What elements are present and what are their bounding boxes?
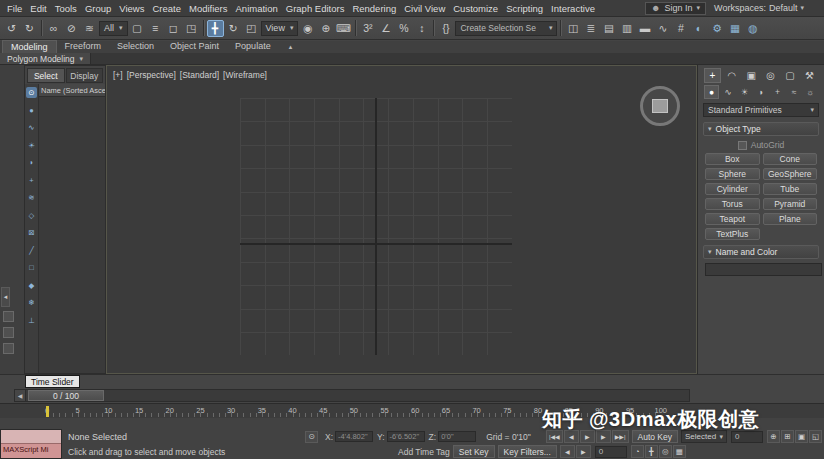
menu-item[interactable]: Animation [232, 3, 282, 14]
schematic-view-icon[interactable]: # [672, 20, 689, 37]
key-filters-button[interactable]: Key Filters... [498, 445, 557, 458]
primitive-button[interactable]: Sphere [705, 168, 760, 180]
redo-icon[interactable]: ↻ [21, 20, 38, 37]
select-and-manipulate-icon[interactable]: ⊕ [317, 20, 334, 37]
primitive-button[interactable]: Cone [763, 153, 818, 165]
field-of-view-icon[interactable]: ◔ [631, 445, 644, 458]
display-helpers-icon[interactable]: + [26, 175, 37, 186]
modify-tab[interactable]: ◠ [723, 68, 740, 83]
primitive-button[interactable]: Teapot [705, 213, 760, 225]
viewport-renderer-menu[interactable]: [Standard] [180, 70, 219, 80]
viewport-layout-tab-icon[interactable] [3, 311, 14, 322]
lights-category[interactable]: ☀ [737, 85, 752, 99]
y-coordinate-field[interactable]: -6'6.502" [387, 431, 425, 442]
select-and-move-icon[interactable]: ╋ [207, 20, 224, 37]
zoom-region-icon[interactable]: ◱ [809, 430, 822, 443]
display-bones-icon[interactable]: ╱ [26, 245, 37, 256]
viewport-shading-menu[interactable]: [Wireframe] [223, 70, 267, 80]
zoom-all-icon[interactable]: ⊞ [781, 430, 794, 443]
autogrid-checkbox[interactable] [738, 141, 747, 150]
display-frozen-icon[interactable]: ❄ [26, 297, 37, 308]
align-icon[interactable]: ≣ [582, 20, 599, 37]
rectangular-selection-region-icon[interactable]: ◻ [165, 20, 182, 37]
polygon-modeling-tab[interactable]: Polygon Modeling ▾ [0, 53, 91, 64]
reference-coordinate-dropdown[interactable]: View ▾ [261, 21, 299, 36]
primitives-dropdown[interactable]: Standard Primitives ▾ [703, 103, 819, 117]
toggle-ribbon-icon[interactable]: ▬ [636, 20, 653, 37]
scene-explorer-list[interactable] [39, 97, 105, 373]
use-pivot-point-center-icon[interactable]: ◉ [299, 20, 316, 37]
key-step-field[interactable]: 0 [595, 446, 627, 458]
explorer-tab[interactable]: Select [27, 68, 65, 83]
explorer-tab[interactable]: Display [66, 68, 104, 83]
menu-item[interactable]: Interactive [547, 3, 599, 14]
display-groups-icon[interactable]: ◇ [26, 210, 37, 221]
ribbon-tab[interactable]: Freeform [57, 40, 110, 53]
menu-item[interactable]: Edit [26, 3, 50, 14]
geometry-category[interactable]: ● [704, 85, 719, 99]
menu-item[interactable]: Scripting [502, 3, 547, 14]
object-name-input[interactable] [705, 263, 822, 276]
ribbon-tab[interactable]: Object Paint [162, 40, 227, 53]
display-cameras-icon[interactable]: ◗ [26, 157, 37, 168]
undo-icon[interactable]: ↺ [3, 20, 20, 37]
edit-named-selection-sets-icon[interactable]: {} [437, 20, 454, 37]
viewport-layout-tab-icon[interactable] [3, 343, 14, 354]
viewport-pov-menu[interactable]: [Perspective] [127, 70, 176, 80]
viewcube[interactable] [640, 86, 680, 126]
select-and-rotate-icon[interactable]: ↻ [225, 20, 242, 37]
time-slider-track[interactable]: ◀ 0 / 100 [14, 389, 690, 402]
macro-recorder-pane[interactable] [1, 430, 61, 444]
display-materials-icon[interactable]: ◆ [26, 280, 37, 291]
menu-item[interactable]: Modifiers [185, 3, 232, 14]
name-color-rollout-header[interactable]: ▾ Name and Color [703, 245, 819, 259]
menu-item[interactable]: Create [148, 3, 185, 14]
toggle-scene-explorer-icon[interactable]: ▤ [600, 20, 617, 37]
spinner-snap-icon[interactable]: ↕ [413, 20, 430, 37]
previous-key-button[interactable]: ◀ [560, 445, 575, 458]
percent-snap-icon[interactable]: % [395, 20, 412, 37]
current-frame-marker[interactable] [46, 406, 49, 417]
viewport-layout-tab-icon[interactable] [3, 327, 14, 338]
motion-tab[interactable]: ◎ [762, 68, 779, 83]
menu-item[interactable]: Rendering [348, 3, 400, 14]
workspaces-dropdown[interactable]: Workspaces: Default ▾ [714, 3, 804, 13]
select-and-link-icon[interactable]: ∞ [45, 20, 62, 37]
menu-item[interactable]: Views [115, 3, 148, 14]
menu-item[interactable]: File [3, 3, 26, 14]
pin-explorer-icon[interactable]: ⊥ [26, 315, 37, 326]
display-tab[interactable]: ▢ [782, 68, 799, 83]
primitive-button[interactable]: Torus [705, 198, 760, 210]
bind-to-space-warp-icon[interactable]: ≋ [81, 20, 98, 37]
systems-category[interactable]: ☼ [803, 85, 818, 99]
primitive-button[interactable]: Cylinder [705, 183, 760, 195]
render-setup-icon[interactable]: ⚙ [708, 20, 725, 37]
curve-editor-icon[interactable]: ∿ [654, 20, 671, 37]
x-coordinate-field[interactable]: -4'4.802" [335, 431, 373, 442]
menu-item[interactable]: Group [81, 3, 115, 14]
helpers-category[interactable]: + [770, 85, 785, 99]
primitive-button[interactable]: Box [705, 153, 760, 165]
selection-lock-icon[interactable]: ⊙ [305, 431, 318, 443]
ribbon-minimize-icon[interactable]: ▴ [285, 43, 297, 53]
menu-item[interactable]: Civil View [400, 3, 449, 14]
ribbon-tab[interactable]: Populate [227, 40, 279, 53]
window-crossing-toggle-icon[interactable]: ◳ [183, 20, 200, 37]
space-warps-category[interactable]: ≈ [787, 85, 802, 99]
display-lights-icon[interactable]: ☀ [26, 140, 37, 151]
hierarchy-tab[interactable]: ▣ [743, 68, 760, 83]
create-tab[interactable]: + [704, 68, 721, 83]
menu-item[interactable]: Tools [51, 3, 81, 14]
display-space-warps-icon[interactable]: ≋ [26, 192, 37, 203]
selection-filter-dropdown[interactable]: All ▾ [99, 21, 128, 36]
ribbon-tab[interactable]: Selection [109, 40, 162, 53]
rendered-frame-window-icon[interactable]: ▦ [726, 20, 743, 37]
keyboard-shortcut-override-icon[interactable]: ⌨ [335, 20, 352, 37]
display-geometry-icon[interactable]: ● [26, 105, 37, 116]
sign-in-button[interactable]: ☻ Sign In ▾ [645, 2, 706, 15]
menu-item[interactable]: Graph Editors [282, 3, 349, 14]
utilities-tab[interactable]: ⚒ [801, 68, 818, 83]
select-object-icon[interactable]: ▢ [129, 20, 146, 37]
display-xrefs-icon[interactable]: ⊠ [26, 227, 37, 238]
listener-pane[interactable]: MAXScript Mi [1, 444, 61, 458]
